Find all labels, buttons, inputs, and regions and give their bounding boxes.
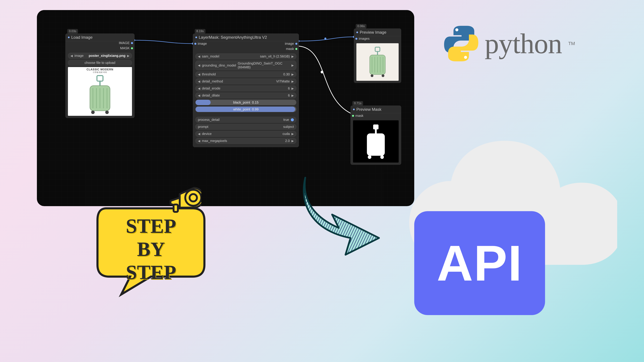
port-mask-in[interactable]: mask	[352, 114, 364, 118]
field-threshold[interactable]: ◀threshold0.30▶	[196, 71, 296, 77]
field-detail-method[interactable]: ◀detail_methodVITMatte▶	[196, 78, 296, 84]
svg-rect-6	[97, 76, 103, 81]
arrow-icon	[295, 171, 399, 258]
svg-point-15	[105, 111, 109, 114]
node-title: Load Image	[71, 35, 92, 40]
luggage-icon	[85, 75, 115, 115]
toggle-on-icon	[291, 118, 294, 121]
luggage-mask-icon	[362, 123, 389, 160]
page-background: 0.03s Load Image IMAGE MASK ◀ image post…	[0, 0, 644, 362]
python-tm: TM	[568, 41, 575, 46]
triangle-left-icon: ◀	[70, 54, 73, 58]
node-title: Preview Mask	[356, 107, 381, 112]
node-dot-icon	[353, 109, 355, 110]
preview-image-content	[356, 43, 399, 81]
slider-white-point[interactable]: white_point 0.99	[196, 106, 296, 112]
port-image-out[interactable]: image	[285, 42, 297, 45]
node-title: Preview Image	[360, 30, 386, 35]
upload-button[interactable]: choose file to upload	[68, 60, 132, 66]
luggage-icon	[366, 45, 389, 79]
svg-point-24	[371, 74, 373, 77]
svg-point-25	[382, 74, 384, 77]
step-by-step-badge: STEP BY STEP	[74, 176, 242, 327]
port-images-in[interactable]: images	[355, 37, 370, 40]
field-prompt[interactable]: promptsubject	[196, 124, 296, 130]
field-detail-dilate[interactable]: ◀detail_dilate6▶	[196, 92, 296, 98]
triangle-right-icon: ▶	[127, 54, 130, 58]
api-box: API	[414, 211, 545, 315]
node-load-image[interactable]: 0.03s Load Image IMAGE MASK ◀ image post…	[66, 33, 134, 118]
field-max-megapixels[interactable]: ◀max_megapixels2.0▶	[196, 138, 296, 144]
python-logo: python TM	[443, 25, 575, 62]
node-time-badge: 0.71s	[352, 101, 363, 106]
node-dot-icon	[356, 31, 358, 33]
port-image-in[interactable]: image	[194, 42, 207, 45]
node-segment-anything[interactable]: 8.19s LayerMask: SegmentAnythingUltra V2…	[193, 33, 299, 147]
port-image-out[interactable]: IMAGE	[119, 41, 133, 45]
svg-point-30	[380, 155, 384, 159]
node-time-badge: 0.03s	[67, 29, 78, 33]
node-preview-mask[interactable]: 0.71s Preview Mask mask	[350, 106, 401, 165]
preview-mask-content	[353, 120, 399, 163]
node-title: LayerMask: SegmentAnythingUltra V2	[199, 35, 267, 40]
svg-rect-27	[375, 129, 377, 134]
api-label: API	[437, 234, 522, 292]
svg-point-35	[185, 190, 201, 206]
svg-point-14	[91, 111, 95, 114]
field-detail-erode[interactable]: ◀detail_erode6▶	[196, 85, 296, 91]
port-mask-out[interactable]: mask	[286, 47, 297, 51]
svg-point-31	[455, 28, 458, 31]
node-dot-icon	[196, 36, 197, 38]
megaphone-icon	[164, 179, 201, 216]
svg-point-32	[464, 56, 467, 59]
port-mask-out[interactable]: MASK	[120, 46, 133, 50]
svg-point-29	[368, 155, 371, 159]
node-time-badge: 0.06s	[356, 24, 366, 28]
image-preview: CLASSIC MODERN 行李箱 轻便 时尚	[68, 67, 132, 116]
node-time-badge: 8.19s	[195, 29, 206, 33]
node-preview-image[interactable]: 0.06s Preview Image images	[354, 28, 401, 83]
svg-rect-28	[367, 133, 385, 156]
field-sam-model[interactable]: ◀sam_modelsam_vit_h (2.56GB)▶	[196, 53, 296, 59]
python-icon	[443, 25, 480, 62]
svg-rect-37	[174, 204, 178, 212]
node-dot-icon	[68, 36, 70, 38]
field-image-select[interactable]: ◀ image poster_xinglixiang.png ▶	[68, 53, 132, 59]
field-dino-model[interactable]: ◀grounding_dino_modelGroundingDINO_SwinT…	[196, 60, 296, 70]
svg-rect-26	[373, 124, 378, 129]
step-text: STEP BY STEP	[97, 215, 204, 284]
python-text: python	[485, 27, 562, 60]
svg-rect-16	[375, 47, 380, 51]
slider-black-point[interactable]: black_point 0.15	[196, 99, 296, 105]
field-device[interactable]: ◀devicecuda▶	[196, 131, 296, 137]
toggle-process-detail[interactable]: process_detailtrue	[196, 117, 296, 123]
